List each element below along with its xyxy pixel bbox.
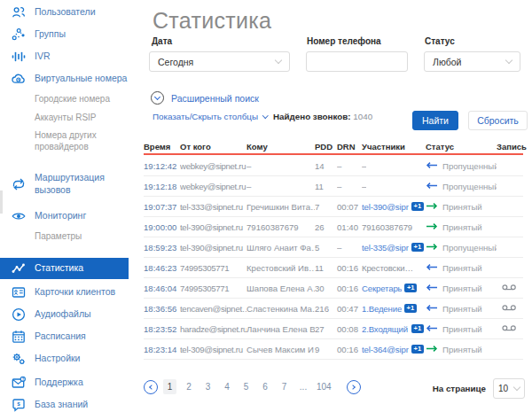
sidebar-item-knowledge-base[interactable]: sБаза знаний bbox=[0, 393, 133, 412]
call-time-link[interactable]: 19:00:00 bbox=[144, 222, 180, 232]
sidebar-item-users[interactable]: Пользователи bbox=[0, 1, 133, 23]
call-time-link[interactable]: 19:07:37 bbox=[144, 202, 180, 212]
call-status: Принятый bbox=[426, 263, 497, 273]
sidebar-item-call-routing[interactable]: Маршрутизация вызовов bbox=[0, 169, 133, 199]
participants-more-badge[interactable]: +1 bbox=[411, 202, 424, 212]
call-time-link[interactable]: 18:23:14 bbox=[144, 345, 180, 354]
sidebar-item-monitoring[interactable]: Мониторинг bbox=[0, 205, 133, 227]
record-icon[interactable] bbox=[502, 304, 517, 314]
page-...[interactable]: ... bbox=[297, 379, 310, 394]
find-button[interactable]: Найти bbox=[412, 111, 458, 130]
participant-link[interactable]: tel-335@sipn… bbox=[362, 243, 409, 253]
status-select[interactable]: Любой bbox=[424, 51, 520, 72]
page-5[interactable]: 5 bbox=[239, 379, 253, 394]
call-time-link[interactable]: 18:36:56 bbox=[144, 304, 180, 314]
page-7[interactable]: 7 bbox=[278, 379, 291, 394]
page-6[interactable]: 6 bbox=[259, 379, 272, 394]
found-calls-count: 1040 bbox=[353, 112, 372, 121]
sidebar-item-support[interactable]: ?Поддержка bbox=[0, 371, 133, 393]
columns-toggle[interactable]: Показать/Скрыть столбцы bbox=[153, 111, 268, 122]
page-4[interactable]: 4 bbox=[221, 379, 234, 394]
sidebar-item-statistics[interactable]: Статистика bbox=[0, 258, 129, 279]
advanced-search-toggle[interactable]: Расширенный поиск bbox=[151, 91, 259, 105]
participant-link[interactable]: Секретарь bbox=[362, 284, 402, 293]
table-row: 18:46:2374995305771Крестовский Ив…1100:1… bbox=[144, 258, 523, 278]
sidebar-item-city-numbers[interactable]: Городские номера bbox=[0, 89, 133, 108]
call-record[interactable] bbox=[497, 284, 523, 293]
call-record[interactable] bbox=[497, 324, 523, 334]
sidebar-item-label: Мониторинг bbox=[35, 210, 86, 222]
date-select[interactable]: Сегодня bbox=[149, 51, 290, 72]
sidebar-item-label: IVR bbox=[35, 51, 51, 63]
incoming-arrow-icon bbox=[426, 284, 438, 293]
call-from: tel-390@sipnet.ru bbox=[180, 222, 246, 232]
call-drn: 00:07 bbox=[337, 202, 362, 212]
call-time-link[interactable]: 19:12:42 bbox=[144, 161, 180, 171]
page-3[interactable]: 3 bbox=[201, 379, 215, 394]
sidebar-item-client-cards[interactable]: Карточки клиентов bbox=[0, 281, 133, 303]
sidebar-item-parameters[interactable]: Параметры bbox=[0, 227, 133, 245]
page-104[interactable]: 104 bbox=[316, 379, 332, 394]
sidebar-item-label: Виртуальные номера bbox=[35, 73, 127, 85]
outgoing-arrow-icon bbox=[426, 243, 438, 253]
call-time-link[interactable]: 18:46:23 bbox=[144, 263, 180, 273]
incoming-arrow-icon bbox=[426, 182, 438, 191]
participants-more-badge[interactable]: +1 bbox=[404, 304, 417, 314]
participants-more-badge[interactable]: +1 bbox=[411, 243, 424, 253]
phone-input[interactable] bbox=[306, 51, 408, 72]
pagination: 1234567...104 bbox=[144, 379, 361, 394]
next-page-button[interactable] bbox=[347, 380, 361, 394]
outgoing-arrow-icon bbox=[426, 345, 438, 354]
call-drn: – bbox=[337, 243, 362, 253]
call-drn: – bbox=[337, 161, 362, 171]
call-time-link[interactable]: 18:23:52 bbox=[144, 324, 180, 334]
participant-link[interactable]: 2.Входящий … bbox=[362, 324, 409, 334]
sidebar-item-rsip-accounts[interactable]: Аккаунты RSIP bbox=[0, 108, 133, 127]
participants-more-badge[interactable]: +1 bbox=[411, 345, 424, 354]
participant-link[interactable]: tel-364@sipn… bbox=[362, 345, 409, 354]
record-icon[interactable] bbox=[502, 324, 517, 334]
page-1[interactable]: 1 bbox=[163, 379, 176, 394]
call-participants: 1.Ведение+1 bbox=[362, 304, 426, 314]
page-title: Статистика bbox=[153, 8, 271, 34]
participants-more-badge[interactable]: +1 bbox=[404, 284, 417, 293]
sidebar-item-ivr[interactable]: IVR bbox=[0, 45, 133, 67]
sidebar-item-groups[interactable]: Группы bbox=[0, 23, 133, 45]
call-to: Сластенкина Ма… bbox=[246, 304, 315, 314]
participants-more-badge[interactable]: +1 bbox=[411, 324, 424, 334]
sidebar-scrollbar[interactable] bbox=[0, 190, 3, 214]
call-routing-icon bbox=[12, 177, 26, 191]
monitoring-icon bbox=[12, 209, 26, 223]
record-icon[interactable] bbox=[502, 284, 517, 293]
sidebar-item-virtual-numbers[interactable]: Виртуальные номера bbox=[0, 67, 133, 89]
call-time-link[interactable]: 19:12:18 bbox=[144, 182, 180, 191]
ivr-icon bbox=[12, 50, 26, 64]
call-from: tel-390@sipnet.ru bbox=[180, 243, 246, 253]
reset-button[interactable]: Сбросить bbox=[468, 111, 528, 130]
call-time-link[interactable]: 18:59:23 bbox=[144, 243, 180, 253]
call-to: Шляго Анаит Фа… bbox=[246, 243, 315, 253]
page-2[interactable]: 2 bbox=[183, 379, 196, 394]
prev-page-button[interactable] bbox=[144, 380, 158, 394]
svg-text:?: ? bbox=[21, 377, 24, 381]
sidebar-item-other-provider-numbers[interactable]: Номера других провайдеров bbox=[0, 127, 133, 155]
per-page-value: 10 bbox=[498, 384, 514, 393]
incoming-arrow-icon bbox=[426, 161, 438, 171]
sidebar-item-settings[interactable]: Настройки bbox=[0, 347, 133, 369]
call-record[interactable] bbox=[497, 304, 523, 314]
sidebar-item-label: Аудиофайлы bbox=[35, 308, 91, 321]
call-status: Принятый bbox=[426, 222, 497, 232]
sidebar-item-schedules[interactable]: Расписания bbox=[0, 325, 133, 347]
per-page-select[interactable]: 10 bbox=[493, 378, 525, 399]
participant-link[interactable]: 1.Ведение bbox=[362, 304, 402, 314]
chevron-down-icon bbox=[513, 384, 520, 391]
sidebar-item-audio-files[interactable]: Аудиофайлы bbox=[0, 303, 133, 325]
svg-text:s: s bbox=[17, 400, 20, 407]
call-participants: tel-335@sipn…+1 bbox=[362, 243, 426, 253]
call-participants: Крестовски… bbox=[362, 263, 426, 273]
participant-link[interactable]: tel-390@sipn… bbox=[362, 202, 409, 212]
sidebar-item-label: Расписания bbox=[35, 330, 86, 343]
call-time-link[interactable]: 18:46:04 bbox=[144, 284, 180, 293]
call-pdd: 5 bbox=[315, 243, 337, 253]
statistics-icon bbox=[12, 261, 26, 276]
